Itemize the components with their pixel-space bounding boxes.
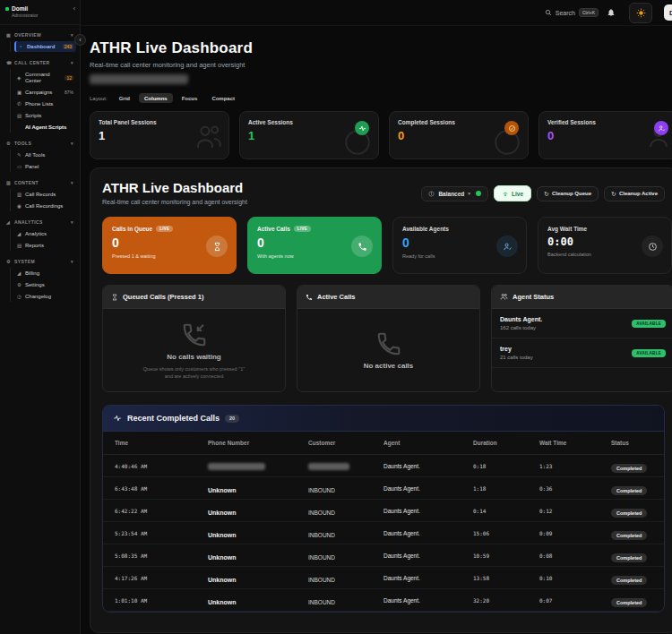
stat-cards-row: Total Panel Sessions 1 Active Sessions 1… <box>90 111 672 159</box>
hourglass-icon <box>206 236 228 257</box>
theme-toggle-button[interactable] <box>629 3 652 23</box>
sidebar-section: ⚙ SYSTEM ▾ ◢ Billing <box>4 257 76 302</box>
mode-selected-value: Balanced <box>438 191 464 197</box>
live-panel-header: ATHR Live Dashboard Real-time call cente… <box>102 180 665 205</box>
layout-option[interactable]: Compact <box>206 93 240 103</box>
live-pill: LIVE <box>294 226 311 232</box>
layout-label: Layout: <box>90 96 108 101</box>
phone-icon <box>351 236 373 257</box>
cell-customer: INBOUND <box>308 480 383 496</box>
chevron-down-icon: ▾ <box>71 141 73 146</box>
sidebar-edge-collapse-button[interactable]: ‹ <box>74 34 86 46</box>
sidebar-item[interactable]: ◢ Billing <box>14 268 76 278</box>
sidebar-item-label: AI Agent Scripts <box>25 124 66 131</box>
live-pill: LIVE <box>156 226 173 232</box>
sidebar-item-icon: ◢ <box>17 270 22 276</box>
agent-row: Daunts Agent. 162 calls today AVAILABLE <box>492 309 672 338</box>
sidebar-item-icon: ▥ <box>17 192 22 197</box>
recent-calls-section: Recent Completed Calls 20 Time Phone Num… <box>102 405 665 613</box>
workspace-name: Domii <box>12 5 38 12</box>
sidebar-item-icon: ▤ <box>17 113 22 118</box>
sidebar-item[interactable]: ◢ Analytics <box>14 228 76 239</box>
sidebar-section-header[interactable]: ▦ OVERVIEW ▾ <box>4 30 76 39</box>
sidebar-item[interactable]: ✆ Phone Lists <box>14 99 76 109</box>
cell-phone: Unknown <box>208 525 308 541</box>
sidebar-item[interactable]: ▥ Call Records <box>14 189 76 200</box>
cleanup-queue-button[interactable]: ↻ Cleanup Queue <box>537 186 599 201</box>
column-header-status: Status <box>611 440 655 446</box>
sidebar-item[interactable]: ▣ Campaigns 87% <box>14 87 76 98</box>
sidebar-item[interactable]: ✎ All Tools <box>14 150 76 160</box>
sidebar-section-header[interactable]: ▥ CONTENT ▾ <box>4 178 76 187</box>
active-calls-panel: Active Calls No active calls <box>297 285 480 392</box>
sidebar-collapse-icon[interactable]: ‹ <box>73 5 75 12</box>
column-header-phone: Phone Number <box>208 440 308 446</box>
cell-wait: 0:09 <box>539 530 611 536</box>
sidebar-item-badge: 243 <box>63 44 73 49</box>
phone-icon <box>306 294 313 301</box>
sidebar-item[interactable]: ▭ Panel <box>14 161 76 172</box>
cleanup-active-button[interactable]: ↻ Cleanup Active <box>604 186 665 201</box>
status-pill: Completed <box>611 553 647 562</box>
sidebar-item-label: Reports <box>25 243 44 249</box>
sidebar-section-header[interactable]: ☎ CALL CENTER ▾ <box>4 58 76 67</box>
notifications-button[interactable] <box>607 8 616 17</box>
section-label: CALL CENTER <box>14 60 50 65</box>
mode-select[interactable]: Balanced ▾ <box>421 186 488 201</box>
sidebar-item[interactable]: ▤ Scripts <box>14 110 76 121</box>
live-dashboard-panel: ATHR Live Dashboard Real-time call cente… <box>90 167 672 633</box>
sidebar-section-header[interactable]: ⚙ TOOLS ▾ <box>4 139 76 148</box>
column-header-agent: Agent <box>383 440 473 446</box>
live-button-label: Live <box>512 191 523 197</box>
cell-duration: 10:59 <box>473 553 539 559</box>
section-title: ATHR Live Dashboard <box>102 180 247 195</box>
clock-icon <box>642 236 663 257</box>
sidebar-item[interactable]: ◔ Dashboard 243 <box>14 41 76 52</box>
empty-state: No active calls <box>297 309 479 391</box>
workspace-header[interactable]: Domii Administrator ‹ <box>0 0 80 25</box>
layout-option[interactable]: Grid <box>114 93 135 103</box>
sidebar-item[interactable]: ◈ Command Center 12 <box>14 69 76 86</box>
sidebar-item-label: All Tools <box>25 152 45 158</box>
panels-row: Queued Calls (Pressed 1) No calls waitin… <box>102 285 665 392</box>
sidebar-item[interactable]: ◷ Changelog <box>14 291 76 302</box>
sidebar-section-header[interactable]: ⚙ SYSTEM ▾ <box>4 257 76 266</box>
chevron-down-icon: ▾ <box>71 60 73 65</box>
cell-status: Completed <box>611 458 655 474</box>
sidebar-item[interactable]: AI Agent Scripts <box>14 122 76 133</box>
sidebar-item[interactable]: ◉ Call Recordings <box>14 201 76 211</box>
sidebar-item-label: Call Recordings <box>25 203 63 210</box>
table-row: 1:01:10 AM Unknown INBOUND Daunts Agent.… <box>103 589 664 612</box>
kpi-label: Active Calls <box>257 226 290 232</box>
sidebar-item[interactable]: ⚙ Settings <box>14 279 76 290</box>
table-row: 6:43:48 AM Unknown INBOUND Daunts Agent.… <box>103 477 664 500</box>
chevron-down-icon: ▾ <box>71 259 73 264</box>
agent-sub: 162 calls today <box>500 325 542 330</box>
section-items: ◢ Billing ⚙ Settings <box>10 268 76 302</box>
table-row: 4:40:46 AM Daunts Agent. 0:18 1:23 Compl… <box>103 455 664 477</box>
status-pill: Completed <box>611 598 647 607</box>
kpi-active-calls: Active Calls LIVE 0 With agents now <box>247 217 382 274</box>
sidebar-item[interactable]: ▤ Reports <box>14 240 76 251</box>
agent-name: Daunts Agent. <box>500 316 542 322</box>
status-pill: Completed <box>611 464 647 473</box>
kpi-label: Available Agents <box>402 226 449 232</box>
agent-status-badge: AVAILABLE <box>632 349 666 357</box>
sidebar: Domii Administrator ‹ ▦ OVERVIEW ▾ <box>0 0 81 634</box>
layout-option[interactable]: Columns <box>139 93 173 103</box>
column-header-time: Time <box>115 440 208 446</box>
live-toggle-button[interactable]: Live <box>494 185 531 201</box>
search[interactable]: Search Ctrl+K <box>545 8 599 17</box>
cleanup-queue-label: Cleanup Queue <box>552 191 591 196</box>
sun-icon <box>636 8 646 18</box>
user-avatar[interactable]: D <box>664 4 672 21</box>
sidebar-section-header[interactable]: ◢ ANALYTICS ▾ <box>4 218 76 227</box>
status-pill: Completed <box>611 576 647 585</box>
stat-card-total-sessions: Total Panel Sessions 1 <box>90 111 229 159</box>
table-row: 4:17:26 AM Unknown INBOUND Daunts Agent.… <box>103 567 664 589</box>
sidebar-section: ⚙ TOOLS ▾ ✎ All Tools <box>4 139 76 172</box>
panel-title: Agent Status <box>513 293 554 301</box>
layout-option[interactable]: Focus <box>177 93 203 103</box>
workspace-role: Administrator <box>12 13 38 18</box>
collapse-icon: ‹ <box>79 37 81 43</box>
